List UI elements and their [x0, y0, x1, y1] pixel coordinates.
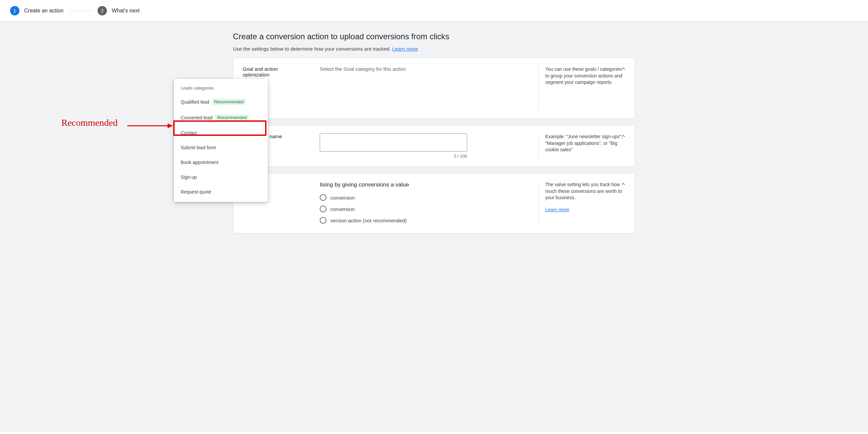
step-connector: [69, 11, 92, 11]
recommended-tag: Recommended: [212, 98, 246, 105]
dropdown-item-label: Submit lead form: [181, 145, 216, 150]
svg-marker-1: [167, 123, 173, 128]
value-option-different[interactable]: conversion: [320, 206, 528, 212]
subtitle-text: Use the settings below to determine how …: [233, 46, 392, 52]
value-learn-more-link[interactable]: Learn more: [545, 207, 569, 213]
step-number-2: 2: [97, 6, 107, 16]
value-description: tising by giving conversions a value: [320, 181, 528, 188]
dropdown-item-converted-lead[interactable]: Converted lead Recommended: [174, 110, 268, 125]
value-opt2-text: conversion: [331, 206, 355, 212]
recommended-tag: Recommended: [215, 114, 249, 121]
dropdown-item-contact[interactable]: Contact: [174, 125, 268, 140]
dropdown-item-request-quote[interactable]: Request quote: [174, 184, 268, 199]
conversion-name-card: Conversion name 0 / 100 Example: "June n…: [233, 125, 635, 167]
dropdown-item-submit-lead-form[interactable]: Submit lead form: [174, 140, 268, 155]
dropdown-section-header: Leads categories: [174, 83, 268, 94]
main-area: Create a conversion action to upload con…: [0, 22, 868, 432]
chevron-up-icon[interactable]: [620, 181, 627, 189]
step-whats-next[interactable]: 2 What's next: [97, 6, 140, 16]
conversion-name-help: Example: "June newsletter sign-ups", "Ma…: [538, 134, 625, 158]
chevron-up-icon[interactable]: [620, 133, 627, 141]
step-number-1: 1: [10, 6, 20, 16]
goal-card: Goal and action optimization Select the …: [233, 58, 635, 119]
value-help-text: The value setting lets you track how muc…: [545, 181, 625, 201]
step-label-1: Create an action: [24, 8, 63, 14]
dropdown-item-label: Book appointment: [181, 160, 218, 165]
annotation-label: Recommended: [61, 117, 118, 128]
goal-label-line2: optimization: [243, 72, 270, 78]
step-label-2: What's next: [112, 8, 140, 14]
value-opt3-text: version action (not recommended): [331, 218, 407, 223]
step-create-action[interactable]: 1 Create an action: [10, 6, 63, 16]
value-opt1-text: conversion: [331, 195, 355, 201]
value-option-none[interactable]: version action (not recommended): [320, 217, 528, 224]
dropdown-item-label: Qualified lead: [181, 99, 210, 105]
value-option-same[interactable]: conversion: [320, 194, 528, 201]
goal-help-text: You can use these goals / categories to …: [538, 66, 625, 111]
annotation-arrow-icon: [127, 122, 174, 130]
goal-prompt: Select the Goal category for this action: [320, 66, 528, 72]
stepper-bar: 1 Create an action 2 What's next: [0, 0, 868, 22]
radio-icon: [320, 217, 327, 224]
radio-icon: [320, 194, 327, 201]
learn-more-link[interactable]: Learn more: [392, 46, 418, 52]
dropdown-item-book-appointment[interactable]: Book appointment: [174, 155, 268, 170]
value-card: Value tising by giving conversions a val…: [233, 173, 635, 233]
goal-category-dropdown[interactable]: Leads categories Qualified lead Recommen…: [174, 79, 268, 202]
dropdown-item-label: Request quote: [181, 189, 211, 195]
page-subtitle: Use the settings below to determine how …: [233, 46, 635, 52]
dropdown-item-label: Converted lead: [181, 115, 213, 120]
dropdown-item-qualified-lead[interactable]: Qualified lead Recommended: [174, 94, 268, 110]
char-count: 0 / 100: [320, 154, 467, 158]
conversion-name-input[interactable]: [320, 134, 467, 152]
dropdown-item-label: Contact: [181, 130, 197, 136]
radio-icon: [320, 206, 327, 212]
dropdown-item-sign-up[interactable]: Sign-up: [174, 170, 268, 184]
dropdown-item-label: Sign-up: [181, 174, 197, 180]
page-title: Create a conversion action to upload con…: [233, 32, 635, 41]
chevron-up-icon[interactable]: [620, 65, 627, 73]
goal-label-line1: Goal and action: [243, 66, 278, 72]
